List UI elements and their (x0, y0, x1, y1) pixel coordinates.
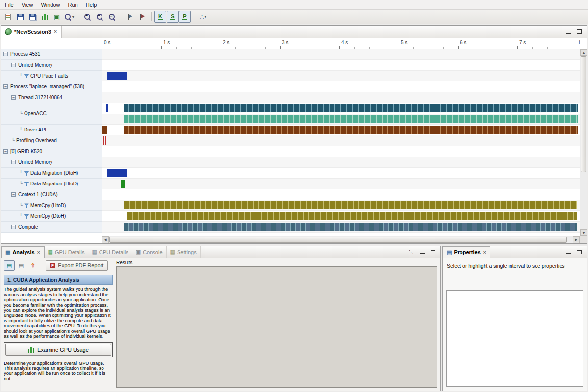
zoom-in-button[interactable]: + (81, 11, 93, 23)
show-summary-button[interactable] (39, 11, 51, 23)
timeline-row-label[interactable]: └CPU Page Faults (1, 71, 102, 81)
run-analysis-button[interactable]: ∴▾ (197, 11, 209, 23)
tab-console[interactable]: ▣Console (132, 246, 167, 258)
save-session-button[interactable] (14, 11, 26, 23)
promote-stage-button[interactable]: ⇧ (27, 260, 38, 271)
analysis-maximize-button[interactable] (429, 248, 437, 256)
collapse-expander-icon[interactable]: − (11, 95, 16, 100)
timeline-interval[interactable] (127, 212, 577, 220)
timeline-row-label[interactable]: −Thread 3172140864 (1, 92, 102, 103)
timeline-row-track[interactable] (102, 103, 580, 125)
timeline-row-label[interactable]: └OpenACC (1, 103, 102, 125)
zoom-out-button[interactable]: − (94, 11, 105, 23)
tab-settings[interactable]: ▦Settings (167, 246, 201, 258)
timeline-interval[interactable] (124, 115, 578, 123)
timeline-row-track[interactable] (102, 125, 580, 135)
session-tab-close-icon[interactable]: × (53, 29, 57, 34)
collapse-expander-icon[interactable]: − (11, 63, 16, 67)
maximize-button[interactable] (575, 28, 584, 36)
timeline-row-label[interactable]: −Process 4531 (1, 49, 102, 60)
process-timeline-toggle[interactable]: P (179, 11, 191, 23)
zoom-fit-button[interactable]: □ (106, 11, 118, 23)
vertical-scrollbar[interactable]: ▲ ▼ (580, 49, 587, 236)
next-marker-button[interactable] (124, 11, 136, 23)
filter-icon[interactable] (24, 214, 29, 219)
examine-gpu-usage-button[interactable]: Examine GPU Usage (5, 344, 111, 356)
filter-icon[interactable] (24, 203, 29, 208)
collapse-expander-icon[interactable]: − (3, 149, 8, 154)
vertical-scroll-thumb[interactable] (581, 56, 586, 172)
menu-item-help[interactable]: Help (82, 1, 101, 9)
horizontal-scroll-thumb[interactable] (109, 237, 567, 243)
save-all-button[interactable] (26, 11, 38, 23)
unguided-analysis-button[interactable]: ▤ (16, 260, 26, 271)
timeline-row-track[interactable] (102, 211, 580, 222)
timeline-interval[interactable] (105, 136, 106, 145)
scroll-right-icon[interactable]: ▶ (573, 236, 580, 243)
timeline-row-track[interactable] (102, 179, 580, 189)
timeline-interval[interactable] (121, 180, 126, 188)
timeline-row-track[interactable] (102, 189, 580, 200)
timeline-row-track[interactable] (102, 146, 580, 157)
timeline-row-label[interactable]: └MemCpy (HtoD) (1, 200, 102, 211)
timeline-interval[interactable] (124, 201, 577, 209)
timeline-interval[interactable] (107, 169, 127, 177)
timeline-interval[interactable] (124, 223, 577, 231)
timeline-row-label[interactable]: └Data Migration (HtoD) (1, 179, 102, 189)
timeline-row-label[interactable]: −[0] GRID K520 (1, 146, 102, 157)
timeline-row-label[interactable]: └MemCpy (DtoH) (1, 211, 102, 222)
timeline-row-label[interactable]: −Unified Memory (1, 60, 102, 71)
timeline-row-track[interactable] (102, 168, 580, 179)
tab-close-icon[interactable]: × (37, 250, 41, 255)
timeline-row-track[interactable] (102, 200, 580, 211)
collapse-expander-icon[interactable]: − (11, 160, 16, 164)
scroll-left-icon[interactable]: ◀ (102, 236, 109, 243)
timeline-row-label[interactable]: −Unified Memory (1, 157, 102, 168)
horizontal-scrollbar[interactable]: ◀ ▶ (102, 236, 580, 243)
collapse-expander-icon[interactable]: − (3, 84, 8, 89)
tab-analysis[interactable]: ▦Analysis× (1, 246, 45, 258)
timeline-interval[interactable] (104, 126, 106, 134)
menu-item-file[interactable]: File (1, 1, 18, 9)
timeline-row-label[interactable]: −Process "laplace_managed" (538) (1, 81, 102, 92)
collapse-expander-icon[interactable]: − (11, 225, 16, 229)
analysis-minimize-button[interactable] (418, 248, 427, 256)
menu-item-view[interactable]: View (18, 1, 37, 9)
timeline-interval[interactable] (124, 104, 578, 112)
properties-minimize-button[interactable] (564, 248, 573, 256)
new-session-button[interactable] (2, 11, 14, 23)
session-tab[interactable]: *NewSession3 × (1, 26, 62, 38)
filter-icon[interactable] (24, 171, 29, 176)
tab-gpu-details[interactable]: ▦GPU Details (45, 246, 89, 258)
filter-icon[interactable] (24, 182, 29, 186)
timeline-ruler[interactable]: 0 s1 s2 s3 s4 s5 s6 s7 s8 (102, 38, 580, 49)
search-button[interactable]: ▾ (63, 11, 75, 23)
timeline-row-track[interactable] (102, 92, 580, 103)
timeline-row-track[interactable] (102, 135, 580, 146)
timeline-row-label[interactable]: └Data Migration (DtoH) (1, 168, 102, 179)
kernel-timeline-toggle[interactable]: K (154, 11, 166, 23)
stream-timeline-toggle[interactable]: S (167, 11, 179, 23)
menu-item-run[interactable]: Run (64, 1, 82, 9)
filter-icon[interactable] (24, 74, 29, 78)
timeline-interval[interactable] (124, 126, 578, 134)
prev-marker-button[interactable] (136, 11, 148, 23)
timeline-row-track[interactable] (102, 81, 580, 92)
tab-cpu-details[interactable]: ▦CPU Details (88, 246, 132, 258)
menu-item-window[interactable]: Window (37, 1, 64, 9)
timeline-row-track[interactable] (102, 157, 580, 168)
view-menu-button[interactable]: ⋱ (407, 248, 416, 256)
collapse-expander-icon[interactable]: − (3, 52, 8, 56)
timeline-row-label[interactable]: −Context 1 (CUDA) (1, 189, 102, 200)
timeline-interval[interactable] (106, 104, 108, 112)
export-profile-button[interactable]: ▣ (51, 11, 63, 23)
properties-tab-close-icon[interactable]: × (483, 250, 486, 255)
properties-maximize-button[interactable] (575, 248, 584, 256)
timeline-interval[interactable] (107, 72, 127, 80)
timeline-row-track[interactable] (102, 60, 580, 71)
timeline-row-label[interactable]: └Profiling Overhead (1, 135, 102, 146)
timeline-row-track[interactable] (102, 49, 580, 60)
scroll-up-icon[interactable]: ▲ (580, 49, 587, 56)
collapse-expander-icon[interactable]: − (11, 192, 16, 197)
scroll-down-icon[interactable]: ▼ (580, 229, 587, 236)
